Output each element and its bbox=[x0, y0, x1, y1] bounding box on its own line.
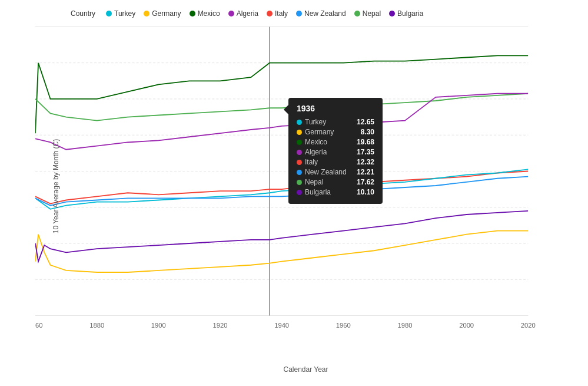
svg-text:2020: 2020 bbox=[521, 322, 536, 329]
legend-dot-newzealand bbox=[296, 11, 302, 17]
legend-dot-germany bbox=[144, 11, 150, 17]
legend-text-germany: Germany bbox=[152, 9, 181, 18]
legend-dot-nepal bbox=[354, 11, 360, 17]
legend-item-mexico: Mexico bbox=[190, 9, 220, 18]
svg-text:1900: 1900 bbox=[151, 322, 166, 329]
svg-text:2000: 2000 bbox=[459, 322, 474, 329]
svg-text:1860: 1860 bbox=[35, 322, 42, 329]
legend-text-bulgaria: Bulgaria bbox=[397, 9, 423, 18]
y-axis-label: 10 Year Average by Month (C) bbox=[52, 139, 60, 234]
legend-text-mexico: Mexico bbox=[198, 9, 220, 18]
chart-legend: Country Turkey Germany Mexico Algeria It… bbox=[35, 6, 576, 21]
legend-dot-turkey bbox=[106, 11, 112, 17]
legend-item-newzealand: New Zealand bbox=[296, 9, 346, 18]
svg-text:1920: 1920 bbox=[213, 322, 228, 329]
legend-item-germany: Germany bbox=[144, 9, 181, 18]
svg-text:1880: 1880 bbox=[89, 322, 104, 329]
svg-text:1960: 1960 bbox=[336, 322, 351, 329]
legend-item-algeria: Algeria bbox=[228, 9, 258, 18]
x-axis-label: Calendar Year bbox=[283, 365, 328, 374]
svg-text:1940: 1940 bbox=[274, 322, 289, 329]
legend-text-newzealand: New Zealand bbox=[304, 9, 346, 18]
legend-item-bulgaria: Bulgaria bbox=[389, 9, 423, 18]
legend-dot-algeria bbox=[228, 11, 234, 17]
legend-item-nepal: Nepal bbox=[354, 9, 381, 18]
legend-text-turkey: Turkey bbox=[114, 9, 135, 18]
legend-item-turkey: Turkey bbox=[106, 9, 135, 18]
legend-country-label: Country bbox=[71, 9, 95, 18]
legend-dot-italy bbox=[267, 11, 273, 17]
legend-dot-bulgaria bbox=[389, 11, 395, 17]
svg-text:1980: 1980 bbox=[397, 322, 412, 329]
chart-area: 10 Year Average by Month (C) Calendar Ye… bbox=[35, 21, 576, 351]
chart-container: Country Turkey Germany Mexico Algeria It… bbox=[0, 0, 588, 386]
legend-text-algeria: Algeria bbox=[237, 9, 258, 18]
main-chart-svg: 6 8 10 12 14 16 18 20 22 1860 1880 1900 … bbox=[35, 21, 576, 351]
legend-text-italy: Italy bbox=[275, 9, 288, 18]
legend-text-nepal: Nepal bbox=[363, 9, 381, 18]
legend-dot-mexico bbox=[190, 11, 195, 17]
legend-item-italy: Italy bbox=[267, 9, 288, 18]
